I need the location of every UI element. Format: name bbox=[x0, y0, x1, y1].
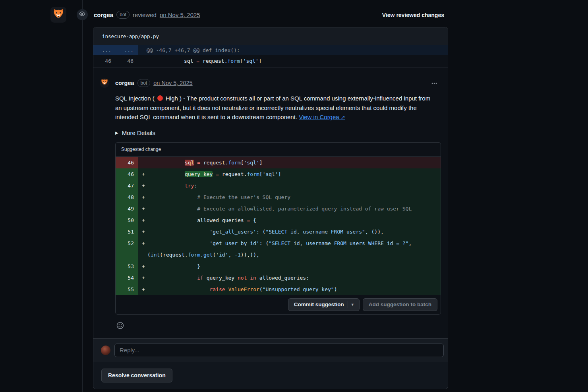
diff-hunk-gutter: ... ... bbox=[93, 45, 138, 55]
diff-context-code: sql = request.form['sql'] bbox=[138, 55, 262, 67]
review-comment: corgea bot on Nov 5, 2025 SQL Injection … bbox=[93, 67, 448, 338]
current-user-avatar[interactable] bbox=[101, 346, 110, 355]
comment-body-text: SQL Injection ( High ) - The product con… bbox=[115, 94, 433, 122]
view-in-corgea-link[interactable]: View in Corgea ↗ bbox=[299, 114, 345, 120]
suggestion-diff-line: 47+ try: bbox=[116, 180, 441, 191]
eye-icon bbox=[79, 11, 85, 19]
corgea-fox-logo-icon bbox=[52, 8, 64, 21]
reply-bar bbox=[93, 338, 448, 362]
diff-sign: + bbox=[138, 180, 147, 191]
add-reaction-button[interactable] bbox=[116, 321, 125, 331]
line-number: 49 bbox=[116, 203, 138, 214]
high-severity-dot-icon bbox=[157, 95, 163, 101]
diff-code: } bbox=[147, 261, 441, 272]
suggestion-diff-line: 49+ # Execute an allowlisted, parameteri… bbox=[116, 203, 441, 214]
commit-suggestion-label: Commit suggestion bbox=[294, 301, 344, 307]
diff-sign: + bbox=[138, 191, 147, 203]
corgea-bot-avatar[interactable] bbox=[50, 7, 66, 23]
pull-request-review-page: corgea bot reviewed on Nov 5, 2025 View … bbox=[0, 0, 588, 392]
review-thread-card: insecure-app/app.py ... ... @@ -46,7 +46… bbox=[93, 27, 448, 389]
suggested-change-box: Suggested change 46- sql = request.form[… bbox=[115, 142, 441, 315]
diff-code: try: bbox=[147, 180, 441, 191]
view-reviewed-changes-link[interactable]: View reviewed changes bbox=[382, 12, 444, 18]
comment-author-avatar[interactable] bbox=[100, 78, 109, 88]
diff-code: raise ValueError("Unsupported query key"… bbox=[147, 284, 441, 295]
timeline-line bbox=[82, 0, 83, 392]
comment-header: corgea bot on Nov 5, 2025 bbox=[115, 78, 438, 88]
diff-sign: + bbox=[138, 238, 147, 261]
line-number: 52 bbox=[116, 238, 138, 261]
button-divider bbox=[348, 301, 348, 308]
external-link-arrow-icon: ↗ bbox=[341, 114, 345, 120]
suggestion-diff-line: 52+ 'get_user_by_id': ("SELECT id, usern… bbox=[116, 238, 441, 261]
line-number: 46 bbox=[116, 157, 138, 168]
smiley-icon bbox=[116, 324, 124, 330]
diff-code: query_key = request.form['sql'] bbox=[147, 168, 441, 180]
suggestion-diff-line: 54+ if query_key not in allowed_queries: bbox=[116, 272, 441, 284]
comment-date-link[interactable]: on Nov 5, 2025 bbox=[153, 80, 192, 86]
suggested-change-title: Suggested change bbox=[116, 143, 441, 157]
suggestion-diff-line: 48+ # Execute the user's SQL query bbox=[116, 191, 441, 203]
suggestion-diff-line: 55+ raise ValueError("Unsupported query … bbox=[116, 284, 441, 295]
resolve-bar: Resolve conversation bbox=[93, 362, 448, 389]
hunk-dots-old: ... bbox=[93, 45, 116, 55]
line-number: 48 bbox=[116, 191, 138, 203]
diff-context-line: 46 46 sql = request.form['sql'] bbox=[93, 55, 448, 67]
old-line-number: 46 bbox=[93, 55, 116, 67]
diff-code: # Execute the user's SQL query bbox=[147, 191, 441, 203]
diff-context-line-numbers: 46 46 bbox=[93, 55, 138, 67]
bot-badge: bot bbox=[116, 11, 130, 19]
diff-sign: + bbox=[138, 284, 147, 295]
more-details-label: More Details bbox=[122, 129, 155, 136]
diff-sign: - bbox=[138, 157, 147, 168]
corgea-fox-logo-icon bbox=[101, 78, 108, 88]
suggestion-diff-line: 53+ } bbox=[116, 261, 441, 272]
diff-sign: + bbox=[138, 214, 147, 226]
diff-sign: + bbox=[138, 203, 147, 214]
comment-options-kebab-button[interactable] bbox=[429, 79, 439, 89]
diff-file-name[interactable]: insecure-app/app.py bbox=[93, 27, 448, 45]
diff-code: allowed_queries = { bbox=[147, 214, 441, 226]
line-number: 53 bbox=[116, 261, 138, 272]
diff-code: 'get_all_users': ("SELECT id, username F… bbox=[147, 226, 441, 238]
diff-hunk-header: @@ -46,7 +46,7 @@ def index(): bbox=[138, 45, 240, 55]
view-in-corgea-label: View in Corgea bbox=[299, 114, 339, 120]
review-header: corgea bot reviewed on Nov 5, 2025 bbox=[94, 11, 200, 19]
diff-code: 'get_user_by_id': ("SELECT id, username … bbox=[147, 238, 441, 261]
comment-author-name[interactable]: corgea bbox=[115, 80, 134, 86]
line-number: 50 bbox=[116, 214, 138, 226]
suggestion-diff-line: 46- sql = request.form['sql'] bbox=[116, 157, 441, 168]
diff-sign: + bbox=[138, 168, 147, 180]
review-eye-badge bbox=[77, 9, 88, 20]
comment-text-before-severity: SQL Injection ( bbox=[115, 95, 156, 102]
suggested-change-diff: 46- sql = request.form['sql']46+ query_k… bbox=[116, 157, 441, 295]
diff-hunk-row: ... ... @@ -46,7 +46,7 @@ def index(): bbox=[93, 45, 448, 55]
suggestion-diff-line: 50+ allowed_queries = { bbox=[116, 214, 441, 226]
commit-suggestion-button[interactable]: Commit suggestion ▾ bbox=[288, 298, 360, 311]
hunk-dots-new: ... bbox=[116, 45, 138, 55]
review-author-name[interactable]: corgea bbox=[94, 12, 113, 18]
new-line-number: 46 bbox=[116, 55, 138, 67]
diff-code: if query_key not in allowed_queries: bbox=[147, 272, 441, 284]
line-number: 55 bbox=[116, 284, 138, 295]
diff-sign: + bbox=[138, 261, 147, 272]
suggestion-diff-line: 51+ 'get_all_users': ("SELECT id, userna… bbox=[116, 226, 441, 238]
bot-badge: bot bbox=[137, 79, 151, 87]
diff-sign: + bbox=[138, 226, 147, 238]
review-date-link[interactable]: on Nov 5, 2025 bbox=[160, 12, 200, 18]
review-action-text: reviewed bbox=[133, 12, 157, 18]
line-number: 51 bbox=[116, 226, 138, 238]
diff-sign: + bbox=[138, 272, 147, 284]
diff-code: sql = request.form['sql'] bbox=[147, 157, 441, 168]
reply-input[interactable] bbox=[114, 344, 444, 357]
add-suggestion-to-batch-button[interactable]: Add suggestion to batch bbox=[363, 298, 437, 311]
more-details-toggle[interactable]: ▶ More Details bbox=[115, 129, 171, 136]
disclosure-triangle-icon: ▶ bbox=[115, 131, 118, 135]
kebab-icon bbox=[431, 82, 437, 88]
resolve-conversation-button[interactable]: Resolve conversation bbox=[101, 369, 172, 382]
suggestion-diff-line: 46+ query_key = request.form['sql'] bbox=[116, 168, 441, 180]
chevron-down-icon: ▾ bbox=[352, 302, 354, 307]
line-number: 54 bbox=[116, 272, 138, 284]
line-number: 47 bbox=[116, 180, 138, 191]
line-number: 46 bbox=[116, 168, 138, 180]
